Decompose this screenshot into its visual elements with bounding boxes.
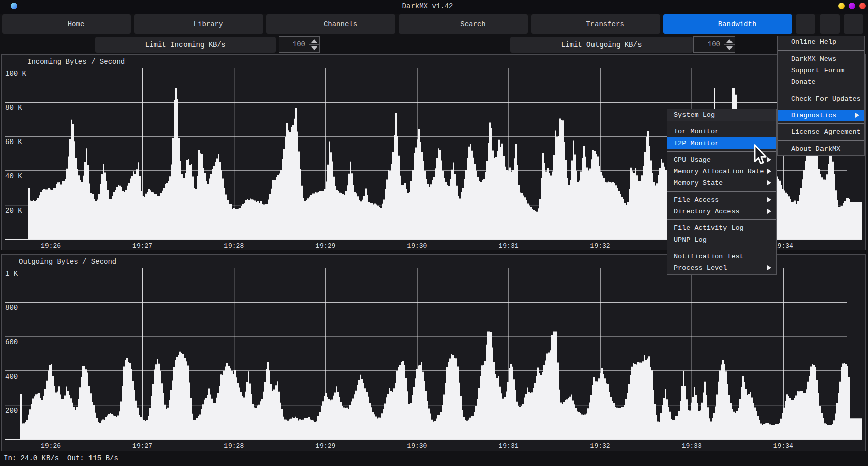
svg-text:60 K: 60 K xyxy=(5,138,22,146)
svg-text:Incoming Bytes / Second: Incoming Bytes / Second xyxy=(27,58,125,66)
svg-text:19:30: 19:30 xyxy=(407,242,427,250)
svg-text:19:31: 19:31 xyxy=(498,442,518,450)
svg-text:19:32: 19:32 xyxy=(590,242,610,250)
svg-text:19:30: 19:30 xyxy=(407,442,427,450)
svg-text:19:29: 19:29 xyxy=(315,242,335,250)
svg-text:19:28: 19:28 xyxy=(224,442,244,450)
svg-text:600: 600 xyxy=(5,338,18,346)
svg-text:1 K: 1 K xyxy=(5,270,18,278)
svg-text:19:32: 19:32 xyxy=(590,442,610,450)
svg-text:Outgoing Bytes / Second: Outgoing Bytes / Second xyxy=(19,258,116,266)
svg-text:80 K: 80 K xyxy=(5,104,22,112)
svg-text:19:34: 19:34 xyxy=(773,442,793,450)
svg-text:40 K: 40 K xyxy=(5,172,22,180)
svg-text:19:28: 19:28 xyxy=(224,242,244,250)
svg-text:200: 200 xyxy=(5,407,18,415)
svg-text:19:33: 19:33 xyxy=(682,442,702,450)
svg-text:400: 400 xyxy=(5,372,18,381)
svg-text:19:26: 19:26 xyxy=(41,442,61,450)
svg-text:19:29: 19:29 xyxy=(315,442,335,450)
svg-text:19:27: 19:27 xyxy=(132,242,152,250)
svg-text:800: 800 xyxy=(5,304,18,312)
svg-text:19:26: 19:26 xyxy=(41,242,61,250)
svg-text:19:27: 19:27 xyxy=(132,442,152,450)
svg-text:100 K: 100 K xyxy=(5,70,27,78)
svg-text:19:31: 19:31 xyxy=(498,242,518,250)
svg-text:20 K: 20 K xyxy=(5,207,22,215)
